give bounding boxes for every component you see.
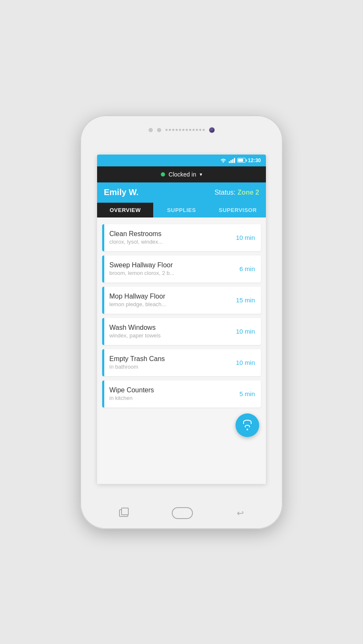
task-title-0: Clean Restrooms bbox=[109, 230, 225, 238]
task-title-1: Sweep Hallway Floor bbox=[109, 261, 228, 269]
task-title-2: Mop Hallway Floor bbox=[109, 293, 225, 300]
tab-supervisor[interactable]: SUPERVISOR bbox=[210, 203, 266, 217]
task-subtitle-1: broom, lemon clorox, 2 b... bbox=[109, 270, 228, 276]
task-subtitle-4: in bathroom bbox=[109, 364, 225, 370]
front-camera bbox=[209, 127, 215, 133]
task-card-5[interactable]: Wipe Counters in kitchen 5 min bbox=[102, 380, 261, 408]
home-icon bbox=[172, 507, 193, 519]
task-content-1: Sweep Hallway Floor broom, lemon clorox,… bbox=[104, 255, 233, 283]
task-card-4[interactable]: Empty Trash Cans in bathroom 10 min bbox=[102, 349, 261, 376]
task-title-4: Empty Trash Cans bbox=[109, 355, 225, 363]
task-duration-2: 15 min bbox=[230, 287, 261, 314]
user-bar: Emily W. Status: Zone 2 bbox=[97, 182, 266, 203]
signal-icon bbox=[229, 158, 235, 163]
recent-apps-icon bbox=[119, 509, 128, 517]
speaker-grille bbox=[165, 129, 205, 131]
task-card-1[interactable]: Sweep Hallway Floor broom, lemon clorox,… bbox=[102, 255, 261, 283]
sensor-dot-2 bbox=[157, 128, 161, 132]
task-card-3[interactable]: Wash Windows windex, paper towels 10 min bbox=[102, 318, 261, 345]
phone-top-sensors bbox=[80, 127, 283, 133]
task-subtitle-5: in kitchen bbox=[109, 395, 228, 401]
tab-supplies[interactable]: SUPPLIES bbox=[153, 203, 209, 217]
task-card-2[interactable]: Mop Hallway Floor lemon pledge, bleach..… bbox=[102, 287, 261, 314]
task-duration-3: 10 min bbox=[230, 318, 261, 345]
nav-recent-apps-button[interactable] bbox=[119, 509, 128, 517]
task-content-4: Empty Trash Cans in bathroom bbox=[104, 349, 230, 376]
phone-device: 12:30 Clocked in ▾ Emily W. Status: Zone… bbox=[80, 115, 283, 529]
status-label: Status: bbox=[214, 189, 236, 196]
battery-fill bbox=[238, 159, 243, 162]
wifi-status-icon bbox=[220, 158, 227, 163]
tab-bar: OVERVIEW SUPPLIES SUPERVISOR bbox=[97, 203, 266, 217]
phone-bottom-nav: ↩ bbox=[80, 507, 283, 519]
task-subtitle-3: windex, paper towels bbox=[109, 332, 225, 339]
task-content-0: Clean Restrooms clorox, lysol, windex... bbox=[104, 224, 230, 251]
zone-label: Zone 2 bbox=[237, 189, 259, 196]
task-content-2: Mop Hallway Floor lemon pledge, bleach..… bbox=[104, 287, 230, 314]
status-icons: 12:30 bbox=[220, 158, 261, 163]
clockin-label: Clocked in bbox=[168, 171, 196, 178]
clockin-chevron-icon: ▾ bbox=[200, 171, 202, 177]
task-content-3: Wash Windows windex, paper towels bbox=[104, 318, 230, 345]
sensor-dot-1 bbox=[149, 128, 153, 132]
task-duration-4: 10 min bbox=[230, 349, 261, 376]
status-time: 12:30 bbox=[248, 158, 261, 163]
user-name: Emily W. bbox=[104, 187, 138, 197]
nav-back-button[interactable]: ↩ bbox=[237, 508, 244, 518]
tab-overview[interactable]: OVERVIEW bbox=[97, 203, 153, 217]
task-title-5: Wipe Counters bbox=[109, 386, 228, 394]
task-duration-5: 5 min bbox=[233, 380, 261, 408]
task-card-0[interactable]: Clean Restrooms clorox, lysol, windex...… bbox=[102, 224, 261, 251]
task-list: Clean Restrooms clorox, lysol, windex...… bbox=[97, 217, 266, 484]
user-status: Status: Zone 2 bbox=[214, 189, 259, 196]
task-subtitle-0: clorox, lysol, windex... bbox=[109, 239, 225, 245]
fab-wifi-icon bbox=[243, 420, 252, 430]
clockin-bar[interactable]: Clocked in ▾ bbox=[97, 166, 266, 182]
clockin-status-dot bbox=[161, 172, 165, 177]
task-subtitle-2: lemon pledge, bleach... bbox=[109, 301, 225, 307]
task-duration-0: 10 min bbox=[230, 224, 261, 251]
nav-home-button[interactable] bbox=[172, 507, 193, 519]
battery-icon bbox=[237, 158, 246, 163]
task-title-3: Wash Windows bbox=[109, 324, 225, 332]
phone-screen: 12:30 Clocked in ▾ Emily W. Status: Zone… bbox=[97, 155, 266, 484]
task-content-5: Wipe Counters in kitchen bbox=[104, 380, 233, 408]
status-bar: 12:30 bbox=[97, 155, 266, 166]
back-icon: ↩ bbox=[237, 508, 244, 518]
fab-button[interactable] bbox=[236, 413, 259, 437]
fab-area bbox=[102, 412, 261, 437]
task-duration-1: 6 min bbox=[233, 255, 261, 283]
